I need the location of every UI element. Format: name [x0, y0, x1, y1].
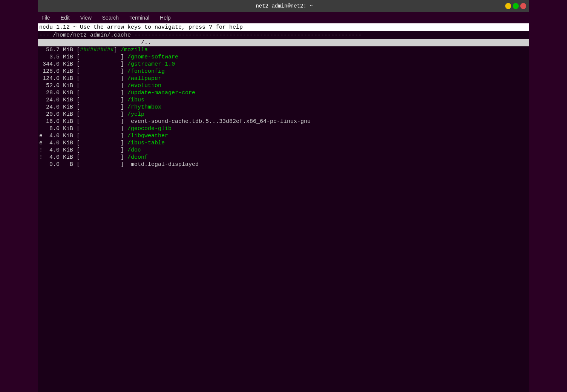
ncdu-file-list: 56.7 MiB [##########] /mozilla 3.5 MiB [… [38, 46, 529, 168]
maximize-button[interactable] [513, 3, 519, 9]
menu-bar: File Edit View Search Terminal Help [38, 12, 529, 23]
ncdu-header: ncdu 1.12 ~ Use the arrow keys to naviga… [38, 23, 529, 31]
ncdu-row: 52.0 KiB [ ] /evolution [38, 82, 529, 89]
ncdu-row: 3.5 MiB [ ] /gnome-software [38, 54, 529, 61]
ncdu-row: 56.7 MiB [##########] /mozilla [38, 46, 529, 54]
ncdu-row: 344.0 KiB [ ] /gstreamer-1.0 [38, 61, 529, 68]
ncdu-row: e 4.0 KiB [ ] /libgweather [38, 132, 529, 139]
ncdu-row: 20.0 KiB [ ] /yelp [38, 111, 529, 118]
ncdu-row: 0.0 B [ ] motd.legal-displayed [38, 161, 529, 168]
close-button[interactable] [520, 3, 526, 9]
terminal-window: net2_admin@net2: ~ File Edit View Search… [38, 0, 529, 392]
ncdu-row: ! 4.0 KiB [ ] /doc [38, 147, 529, 154]
menu-help[interactable]: Help [158, 14, 173, 21]
ncdu-row: ! 4.0 KiB [ ] /dconf [38, 154, 529, 161]
menu-file[interactable]: File [39, 14, 52, 21]
window-title: net2_admin@net2: ~ [63, 3, 505, 9]
minimize-button[interactable] [505, 3, 511, 9]
ncdu-row: 28.0 KiB [ ] /update-manager-core [38, 89, 529, 96]
ncdu-row: 128.0 KiB [ ] /fontconfig [38, 68, 529, 75]
ncdu-row: e 4.0 KiB [ ] /ibus-table [38, 139, 529, 147]
ncdu-row: 8.0 KiB [ ] /geocode-glib [38, 125, 529, 132]
title-bar: net2_admin@net2: ~ [38, 0, 529, 12]
ncdu-selected-row: /.. [38, 39, 529, 46]
window-controls [505, 3, 526, 9]
menu-view[interactable]: View [78, 14, 94, 21]
terminal-content[interactable]: ncdu 1.12 ~ Use the arrow keys to naviga… [38, 23, 529, 392]
menu-terminal[interactable]: Terminal [127, 14, 152, 21]
ncdu-row: 16.0 KiB [ ] event-sound-cache.tdb.5...3… [38, 118, 529, 125]
ncdu-row: 24.0 KiB [ ] /rhythmbox [38, 104, 529, 111]
ncdu-path: --- /home/net2_admin/.cache ------------… [38, 31, 529, 39]
menu-search[interactable]: Search [100, 14, 121, 21]
ncdu-row: 124.0 KiB [ ] /wallpaper [38, 75, 529, 82]
menu-edit[interactable]: Edit [58, 14, 72, 21]
ncdu-row: 24.0 KiB [ ] /ibus [38, 96, 529, 104]
